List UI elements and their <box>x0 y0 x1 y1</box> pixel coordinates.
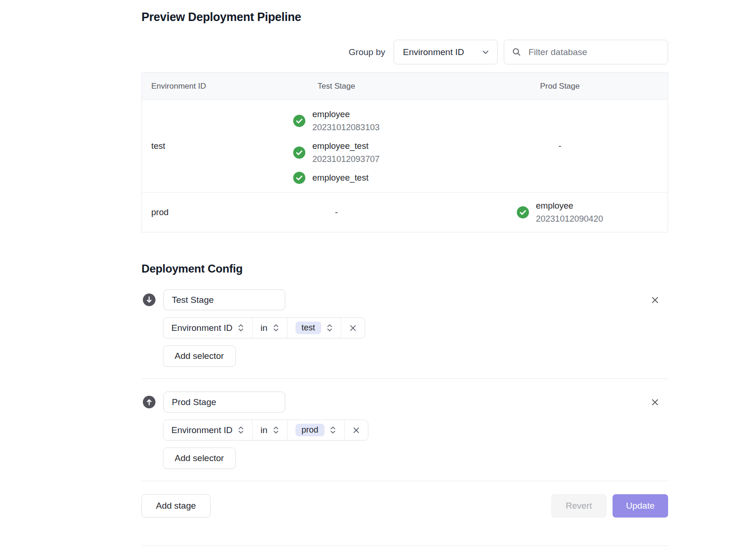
remove-stage-button[interactable] <box>648 395 662 409</box>
chevrons-up-down-icon <box>273 425 279 435</box>
pipeline-toolbar: Group by Environment ID <box>141 40 668 64</box>
environment-name: prod <box>151 207 169 217</box>
empty-stage-dash: - <box>558 141 561 151</box>
close-icon <box>349 324 357 332</box>
success-check-icon <box>293 147 305 159</box>
page-title: Preview Deployment Pipeline <box>141 10 301 24</box>
group-by-select[interactable]: Environment ID <box>394 40 498 64</box>
selector-value-pill: test <box>296 322 321 334</box>
column-environment-id: Environment ID <box>142 73 221 100</box>
database-name: employee_test <box>312 140 380 153</box>
selector-key-value: Environment ID <box>171 323 233 333</box>
schema-version: 20231012090420 <box>536 212 603 225</box>
table-row: prod - employee 20231012090420 <box>142 193 668 232</box>
config-actions: Add stage Revert Update <box>141 494 668 518</box>
schema-version: 20231012093707 <box>312 153 380 166</box>
deployment-item: employee 20231012083103 <box>293 108 380 134</box>
filter-database-input[interactable] <box>528 47 660 58</box>
remove-stage-button[interactable] <box>648 293 662 307</box>
revert-button[interactable]: Revert <box>551 494 606 518</box>
success-check-icon <box>517 206 529 218</box>
add-selector-button[interactable]: Add selector <box>163 345 236 367</box>
column-prod-stage: Prod Stage <box>452 73 668 100</box>
deployment-config-section: Deployment Config Environment ID in <box>141 262 668 546</box>
selector-value-select[interactable]: test <box>288 318 341 338</box>
stage-config-prod: Environment ID in prod Add selector <box>141 392 668 469</box>
table-header-row: Environment ID Test Stage Prod Stage <box>142 73 668 100</box>
stage-config-test: Environment ID in test Add selector <box>141 289 668 367</box>
stage-name-input[interactable] <box>163 392 285 413</box>
deployment-item: employee_test 20231012093707 <box>293 140 380 166</box>
database-name: employee_test <box>312 171 368 184</box>
divider <box>141 481 668 481</box>
selector-operator-select[interactable]: in <box>253 420 288 440</box>
group-by-label: Group by <box>349 47 385 57</box>
close-icon <box>650 397 660 407</box>
schema-version: 20231012083103 <box>312 121 380 134</box>
prod-stage-deployments: employee 20231012090420 <box>517 199 603 225</box>
deployment-item: employee 20231012090420 <box>517 199 603 225</box>
close-icon <box>650 295 660 305</box>
chevrons-up-down-icon <box>238 323 244 333</box>
pipeline-table: Environment ID Test Stage Prod Stage tes… <box>141 72 668 232</box>
chevrons-up-down-icon <box>330 425 336 435</box>
remove-selector-button[interactable] <box>345 420 368 440</box>
selector-row: Environment ID in test <box>163 317 365 338</box>
selector-key-select[interactable]: Environment ID <box>163 318 253 338</box>
selector-row: Environment ID in prod <box>163 420 368 441</box>
divider <box>141 378 668 379</box>
search-icon <box>512 47 521 57</box>
database-name: employee <box>312 108 380 121</box>
add-stage-button[interactable]: Add stage <box>141 494 211 518</box>
selector-key-select[interactable]: Environment ID <box>163 420 253 440</box>
remove-selector-button[interactable] <box>341 318 365 338</box>
chevrons-up-down-icon <box>273 323 279 333</box>
close-icon <box>352 426 360 434</box>
selector-operator-value: in <box>261 323 268 333</box>
environment-name: test <box>151 141 165 151</box>
empty-stage-dash: - <box>335 208 338 217</box>
filter-database-box <box>504 40 668 64</box>
arrow-down-circle-icon <box>143 294 155 306</box>
divider <box>141 546 668 546</box>
success-check-icon <box>293 172 305 184</box>
arrow-up-circle-icon <box>143 396 155 408</box>
column-test-stage: Test Stage <box>221 73 452 100</box>
deployment-config-title: Deployment Config <box>141 262 668 275</box>
table-row: test employee 20231012083103 employee_te… <box>142 100 668 193</box>
success-check-icon <box>293 115 305 127</box>
selector-value-pill: prod <box>296 424 324 436</box>
group-by-value: Environment ID <box>403 47 464 57</box>
selector-key-value: Environment ID <box>171 425 233 435</box>
deployment-item: employee_test <box>293 171 368 184</box>
database-name: employee <box>536 199 603 212</box>
add-selector-button[interactable]: Add selector <box>163 448 236 469</box>
update-button[interactable]: Update <box>613 494 668 518</box>
chevron-down-icon <box>481 48 490 56</box>
selector-value-select[interactable]: prod <box>288 420 345 440</box>
chevrons-up-down-icon <box>238 425 244 435</box>
stage-name-input[interactable] <box>163 289 285 310</box>
selector-operator-value: in <box>261 425 268 435</box>
chevrons-up-down-icon <box>326 323 333 333</box>
test-stage-deployments: employee 20231012083103 employee_test 20… <box>293 108 380 184</box>
selector-operator-select[interactable]: in <box>253 318 288 338</box>
